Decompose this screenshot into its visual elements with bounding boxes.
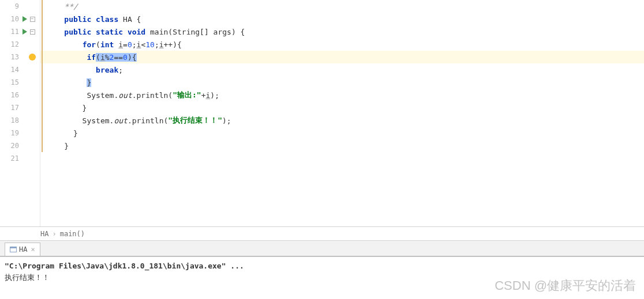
breadcrumb-item[interactable]: main() [60,230,85,238]
gutter-row[interactable]: 12 [0,38,40,51]
line-number: 20 [5,142,19,150]
code-editor[interactable]: **/ public class HA { public static void… [40,0,644,226]
breadcrumb[interactable]: HA › main() [0,227,644,241]
console-tab[interactable]: HA × [5,243,40,256]
code-line: System.out.println("执行结束！！"); [40,114,644,127]
gutter-row[interactable]: 17 [0,101,40,114]
selection: } [87,78,91,87]
line-number: 16 [5,91,19,99]
gutter-row[interactable]: 21 [0,152,40,165]
code-line: break; [40,63,644,76]
gutter-row[interactable]: 13 [0,51,40,63]
line-number: 15 [5,78,19,86]
chevron-right-icon: › [52,230,56,238]
gutter-row[interactable]: 11− [0,25,40,38]
close-icon[interactable]: × [29,245,35,253]
code-line: System.out.println("输出:"+i); [40,89,644,101]
gutter-row[interactable]: 14 [0,63,40,76]
editor-area: 9 10− 11− 12 13 14 15 16 17 18 19 20 21 … [0,0,644,227]
scope-indicator [42,0,43,152]
line-number: 13 [5,53,19,61]
tab-label: HA [19,245,27,253]
line-number: 14 [5,66,19,74]
intention-bulb-icon[interactable] [29,54,36,60]
selection: (i%2==0){ [96,53,136,62]
code-line: public class HA { [40,13,644,25]
line-number: 19 [5,129,19,137]
gutter-row[interactable]: 10− [0,13,40,25]
code-line: } [40,76,644,89]
code-line: } [40,139,644,152]
line-number: 10 [5,15,19,23]
console-tab-bar: HA × [0,241,644,257]
gutter-row[interactable]: 19 [0,127,40,139]
console-line: 执行结束！！ [5,272,639,283]
code-line-current: if(i%2==0){ [40,51,644,63]
line-number: 9 [5,2,19,10]
line-number: 21 [5,154,19,162]
fold-icon[interactable]: − [30,29,35,35]
code-line: public static void main(String[] args) { [40,25,644,38]
gutter-row[interactable]: 9 [0,0,40,13]
run-icon[interactable] [23,29,27,35]
line-number: 17 [5,104,19,112]
code-line: for(int i=0;i<10;i++){ [40,38,644,51]
breadcrumb-item[interactable]: HA [40,230,48,238]
console-line: "C:\Program Files\Java\jdk1.8.0_181\bin\… [5,260,639,272]
application-icon [10,247,17,252]
console-output[interactable]: "C:\Program Files\Java\jdk1.8.0_181\bin\… [0,257,644,287]
line-number: 18 [5,116,19,124]
code-line: **/ [40,0,644,13]
fold-icon[interactable]: − [30,17,35,22]
gutter-row[interactable]: 20 [0,139,40,152]
line-number: 11 [5,28,19,36]
code-line: } [40,101,644,114]
code-line [40,152,644,165]
gutter-row[interactable]: 15 [0,76,40,89]
run-icon[interactable] [23,16,27,22]
line-number: 12 [5,40,19,48]
gutter-row[interactable]: 18 [0,114,40,127]
gutter: 9 10− 11− 12 13 14 15 16 17 18 19 20 21 [0,0,40,226]
gutter-row[interactable]: 16 [0,89,40,101]
code-line: } [40,127,644,139]
